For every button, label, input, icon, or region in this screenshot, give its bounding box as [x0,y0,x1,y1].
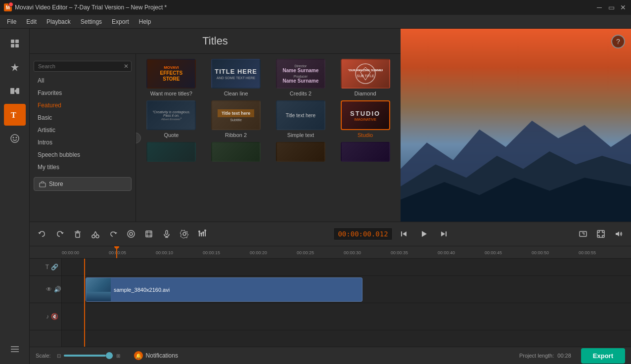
menu-settings[interactable]: Settings [76,16,107,27]
titles-sidebar: ✕ All Favorites Featured Basic Artistic … [30,54,136,222]
fullscreen-button[interactable] [593,227,608,241]
playback-toolbar: 00:00:00.012 [30,222,631,246]
help-button[interactable]: ? [611,35,625,48]
title-thumb-clean-line: TITLE HERE AND SOME TEXT HERE [211,59,261,89]
title-label-credits2: Credits 2 [290,91,312,96]
content-area: Titles ✕ All Favorites Featured Basic Ar… [30,29,631,364]
svg-marker-30 [114,232,117,234]
notifications-label: Notifications [146,352,178,359]
cut-button[interactable] [88,227,103,241]
project-length-value: 00:28 [557,353,571,359]
title-thumb-partial4 [341,142,390,162]
menu-help[interactable]: Help [134,16,156,27]
tool-stickers[interactable] [4,128,26,149]
go-to-start-button[interactable] [396,226,412,242]
app-icon: M [4,3,12,11]
undo-button[interactable] [35,227,49,241]
sidebar-item-basic[interactable]: Basic [32,112,134,124]
export-button[interactable]: Export [581,348,625,364]
restore-button[interactable]: ▭ [607,3,615,11]
volume-track-icon[interactable]: 🔊 [54,286,61,293]
tool-media[interactable] [4,33,26,54]
svg-marker-22 [61,232,64,234]
project-length-label: Project length: [519,353,554,359]
svg-point-49 [204,229,206,231]
text-track-controls: T 🔗 [30,259,61,276]
window-controls[interactable]: ─ ▭ ✕ [595,3,627,11]
menu-edit[interactable]: Edit [21,16,42,27]
title-card-clean-line[interactable]: TITLE HERE AND SOME TEXT HERE Clean line [206,59,267,96]
eye-icon[interactable]: 👁 [46,286,52,293]
audio-track-row [62,303,631,330]
sidebar-item-mytitles[interactable]: My titles [32,161,134,173]
svg-text:SUB TITLE: SUB TITLE [357,74,374,78]
settings-button[interactable] [177,227,192,241]
title-card-credits2[interactable]: Director Name Surname Producer Name Surn… [270,59,331,96]
tool-transitions[interactable] [4,80,26,102]
search-clear-icon[interactable]: ✕ [124,63,129,70]
rotate-button[interactable] [106,227,121,241]
sidebar-item-intros[interactable]: Intros [32,136,134,148]
title-card-partial2[interactable] [206,142,267,162]
titlebar-left: M Movavi Video Editor – 7-Day Trial Vers… [4,3,167,11]
svg-rect-33 [146,231,152,237]
delete-button[interactable] [70,227,85,241]
fullscreen-external-button[interactable] [576,227,590,241]
menu-playback[interactable]: Playback [42,16,76,27]
sidebar-item-speech[interactable]: Speech bubbles [32,149,134,161]
search-input[interactable] [34,61,132,72]
redo-button[interactable] [52,227,67,241]
title-card-simple-text[interactable]: Title text here Simple text [270,100,331,138]
title-card-partial3[interactable] [270,142,331,162]
scale-thumb[interactable] [106,352,113,359]
overlay-button[interactable] [124,227,138,241]
menu-export[interactable]: Export [107,16,134,27]
svg-text:T: T [11,111,16,119]
sidebar-item-featured[interactable]: Featured [32,99,134,111]
svg-rect-55 [580,231,586,236]
close-button[interactable]: ✕ [619,3,627,11]
clip-thumbnail [86,278,111,301]
video-clip[interactable]: sample_3840x2160.avi [86,277,362,302]
go-to-end-button[interactable] [435,226,452,242]
notification-icon: 🔔 [134,351,143,360]
scale-slider[interactable] [64,355,113,357]
svg-marker-57 [616,231,619,236]
volume-button[interactable] [611,227,626,241]
minimize-button[interactable]: ─ [595,3,603,11]
title-card-studio[interactable]: STUDIO IMAGINATIVE Studio [335,100,396,138]
title-card-quote[interactable]: "Creativity is contagious.Pass it on.Alb… [141,100,202,138]
svg-point-7 [11,135,19,142]
timeline-tracks: T 🔗 👁 🔊 ♪ 🔇 [30,259,631,347]
store-button[interactable]: Store [34,177,132,191]
title-thumb-studio: STUDIO IMAGINATIVE [341,100,390,130]
sidebar-item-favorites[interactable]: Favorites [32,87,134,99]
crop-button[interactable] [141,227,156,241]
sidebar-item-artistic[interactable]: Artistic [32,124,134,136]
svg-rect-54 [446,231,447,236]
title-label-clean-line: Clean line [224,91,248,96]
menu-file[interactable]: File [2,16,21,27]
tool-transitions-2[interactable] [4,338,26,360]
title-card-partial4[interactable] [335,142,396,162]
mic-button[interactable] [159,227,174,241]
sidebar-item-all[interactable]: All [32,75,134,87]
title-card-partial1[interactable] [141,142,202,162]
play-button[interactable] [415,226,432,242]
title-card-diamond[interactable]: YOUR AMAZING SUMMER SUB TITLE Diamond [335,59,396,96]
tool-titles[interactable]: T [4,104,26,126]
mute-icon[interactable]: 🔇 [51,313,58,320]
notifications-button[interactable]: 🔔 Notifications [130,349,182,362]
equalizer-button[interactable] [195,227,210,241]
tool-fx[interactable] [4,56,26,78]
titles-body: ✕ All Favorites Featured Basic Artistic … [30,54,401,222]
title-card-want-more[interactable]: MOVAVI EFFECTS STORE Want more titles? [141,59,202,96]
project-length: Project length: 00:28 [519,353,571,359]
svg-rect-3 [15,44,19,47]
left-toolbar: T [0,29,30,364]
titles-grid: MOVAVI EFFECTS STORE Want more titles? [136,54,401,167]
title-card-ribbon2[interactable]: Title text here Subtitle Ribbon 2 [206,100,267,138]
clip-water [86,292,111,301]
title-thumb-quote: "Creativity is contagious.Pass it on.Alb… [146,100,196,130]
scale-label: Scale: [36,353,51,359]
